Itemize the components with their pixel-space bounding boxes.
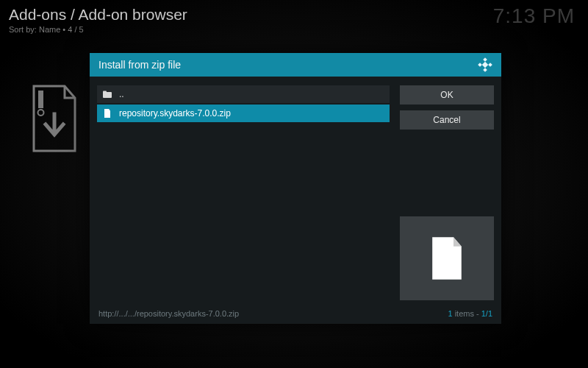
footer-path: http://.../.../repository.skydarks-7.0.0… <box>98 309 239 318</box>
svg-rect-0 <box>38 91 43 108</box>
dialog-titlebar: Install from zip file <box>90 53 501 77</box>
kodi-logo-icon <box>478 57 492 72</box>
svg-rect-3 <box>483 68 487 72</box>
file-icon <box>103 109 112 118</box>
breadcrumb: Add-ons / Add-on browser <box>9 6 187 24</box>
parent-directory-label: .. <box>119 89 124 99</box>
document-icon <box>427 234 467 283</box>
file-preview <box>400 216 494 300</box>
clock: 7:13 PM <box>493 4 575 28</box>
svg-rect-5 <box>488 63 492 67</box>
install-zip-dialog: Install from zip file <box>90 53 501 324</box>
dialog-title-text: Install from zip file <box>98 59 181 71</box>
dialog-side-panel: OK Cancel <box>400 85 494 306</box>
svg-rect-2 <box>483 57 487 62</box>
footer-count: 1 items - 1/1 <box>448 309 492 318</box>
svg-rect-4 <box>478 63 482 67</box>
dialog-footer: http://.../.../repository.skydarks-7.0.0… <box>90 306 501 324</box>
file-list: .. repository.skydarks-7.0.0.zip <box>97 85 390 306</box>
sort-info: Sort by: Name • 4 / 5 <box>9 25 187 34</box>
page-header: Add-ons / Add-on browser Sort by: Name •… <box>9 6 187 34</box>
svg-rect-6 <box>482 62 488 68</box>
folder-up-icon <box>103 90 112 99</box>
file-row-selected[interactable]: repository.skydarks-7.0.0.zip <box>97 105 390 122</box>
ok-button[interactable]: OK <box>400 85 494 105</box>
svg-point-1 <box>38 110 44 116</box>
zip-download-icon <box>28 85 79 155</box>
file-name: repository.skydarks-7.0.0.zip <box>119 108 231 118</box>
cancel-button[interactable]: Cancel <box>400 110 494 130</box>
parent-directory-row[interactable]: .. <box>97 85 390 103</box>
svg-rect-8 <box>103 91 107 93</box>
